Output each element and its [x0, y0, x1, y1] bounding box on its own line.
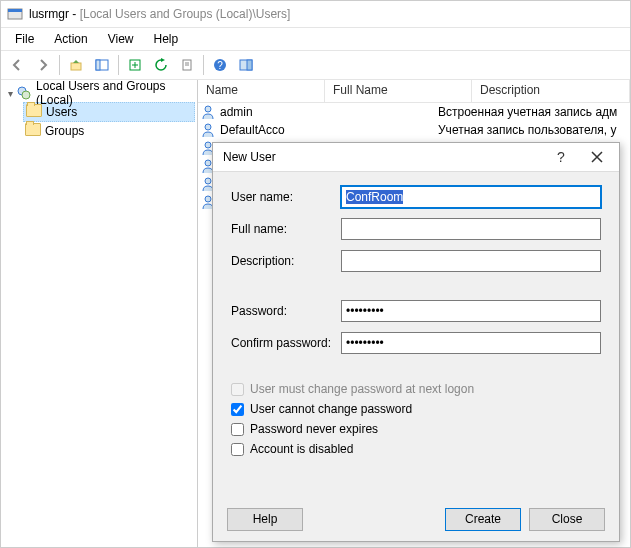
back-icon[interactable] [5, 53, 29, 77]
svg-rect-1 [8, 9, 22, 12]
menu-help[interactable]: Help [144, 30, 189, 48]
dialog-close-button[interactable] [579, 143, 615, 171]
svg-text:?: ? [217, 60, 223, 71]
svg-point-16 [205, 124, 211, 130]
password-label: Password: [231, 304, 341, 318]
new-user-dialog: New User ? User name: Full name: Descrip… [212, 142, 620, 542]
app-icon [7, 6, 23, 22]
svg-rect-2 [71, 63, 81, 70]
dialog-titlebar: New User ? [213, 143, 619, 172]
check-disabled-box[interactable] [231, 443, 244, 456]
properties-icon[interactable] [175, 53, 199, 77]
svg-point-15 [205, 106, 211, 112]
check-must-change-box [231, 383, 244, 396]
svg-point-14 [22, 91, 30, 99]
col-description[interactable]: Description [472, 80, 630, 102]
dialog-title: New User [223, 150, 543, 164]
fullname-label: Full name: [231, 222, 341, 236]
col-fullname[interactable]: Full Name [325, 80, 472, 102]
tree-groups-label: Groups [45, 124, 84, 138]
window-title: lusrmgr - [Local Users and Groups (Local… [29, 7, 290, 21]
tree-root-label: Local Users and Groups (Local) [36, 79, 193, 107]
check-disabled[interactable]: Account is disabled [231, 442, 601, 456]
user-icon [200, 122, 216, 138]
titlebar: lusrmgr - [Local Users and Groups (Local… [1, 1, 630, 28]
dialog-footer: Help Create Close [213, 497, 619, 541]
username-label: User name: [231, 190, 341, 204]
user-icon [200, 104, 216, 120]
col-name[interactable]: Name [198, 80, 325, 102]
description-input[interactable] [341, 250, 601, 272]
refresh-icon[interactable] [149, 53, 173, 77]
confirm-password-input[interactable] [341, 332, 601, 354]
table-row[interactable]: adminВстроенная учетная запись адм [198, 103, 630, 121]
svg-point-18 [205, 160, 211, 166]
tree-users-label: Users [46, 105, 77, 119]
help-button[interactable]: Help [227, 508, 303, 531]
confirm-password-label: Confirm password: [231, 336, 341, 350]
up-icon[interactable] [64, 53, 88, 77]
tree-groups[interactable]: Groups [23, 122, 195, 140]
folder-icon [26, 104, 42, 120]
svg-rect-12 [247, 60, 252, 70]
check-never-expires-box[interactable] [231, 423, 244, 436]
help-icon[interactable]: ? [208, 53, 232, 77]
export-icon[interactable] [123, 53, 147, 77]
check-never-expires[interactable]: Password never expires [231, 422, 601, 436]
action-pane-icon[interactable] [234, 53, 258, 77]
list-header: Name Full Name Description [198, 80, 630, 103]
password-input[interactable] [341, 300, 601, 322]
forward-icon[interactable] [31, 53, 55, 77]
username-input[interactable] [341, 186, 601, 208]
lusrmgr-icon [16, 85, 32, 101]
check-cannot-change[interactable]: User cannot change password [231, 402, 601, 416]
collapse-icon[interactable]: ▾ [5, 88, 16, 99]
check-must-change: User must change password at next logon [231, 382, 601, 396]
check-cannot-change-box[interactable] [231, 403, 244, 416]
menu-view[interactable]: View [98, 30, 144, 48]
menu-file[interactable]: File [5, 30, 44, 48]
close-button[interactable]: Close [529, 508, 605, 531]
table-row[interactable]: DefaultAccoУчетная запись пользователя, … [198, 121, 630, 139]
show-hide-tree-icon[interactable] [90, 53, 114, 77]
svg-point-17 [205, 142, 211, 148]
tree-root[interactable]: ▾ Local Users and Groups (Local) [3, 84, 195, 102]
create-button[interactable]: Create [445, 508, 521, 531]
menu-action[interactable]: Action [44, 30, 97, 48]
description-label: Description: [231, 254, 341, 268]
fullname-input[interactable] [341, 218, 601, 240]
toolbar: ? [1, 50, 630, 80]
folder-icon [25, 123, 41, 139]
menubar: File Action View Help [1, 28, 630, 50]
dialog-help-button[interactable]: ? [543, 143, 579, 171]
svg-point-19 [205, 178, 211, 184]
svg-rect-4 [96, 60, 100, 70]
tree-pane: ▾ Local Users and Groups (Local) Users G… [1, 80, 198, 547]
svg-point-20 [205, 196, 211, 202]
